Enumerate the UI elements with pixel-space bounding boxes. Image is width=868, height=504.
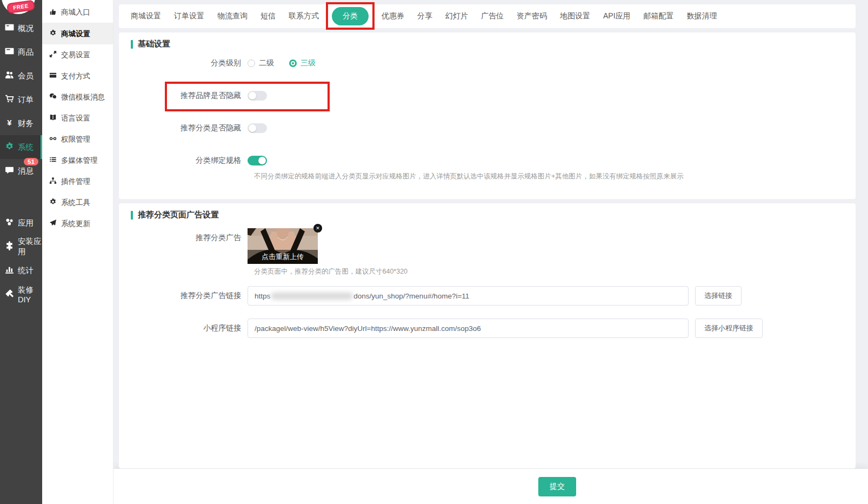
sidebar-item-overview[interactable]: 概况	[0, 16, 42, 40]
menu-item-label: 商城入口	[61, 8, 90, 17]
category-level-row: 分类级别 二级 三级	[119, 57, 856, 69]
ad-image-upload[interactable]: 点击重新上传 ✕	[248, 228, 318, 264]
members-icon	[5, 70, 14, 82]
ad-link-prefix: https	[255, 292, 270, 300]
sidebar-item-label: 消息	[18, 166, 34, 176]
payment-card-icon	[49, 71, 57, 81]
menu-item-payment-methods[interactable]: 支付方式	[42, 65, 113, 87]
tab-ad-slot[interactable]: 广告位	[481, 11, 504, 21]
tools-gear-icon	[49, 198, 57, 207]
trade-icon	[49, 50, 57, 59]
radio-level-three-label[interactable]: 三级	[301, 58, 316, 68]
menu-item-label: 微信模板消息	[61, 92, 105, 102]
tab-order-settings[interactable]: 订单设置	[174, 11, 204, 21]
sidebar-item-label: 统计	[18, 266, 34, 276]
mini-program-link-row: 小程序链接 选择小程序链接	[119, 319, 856, 338]
ad-settings-card: 推荐分类页面广告设置 推荐分类广告 点	[119, 203, 856, 468]
sidebar-item-install-apps[interactable]: 安装应用	[0, 235, 42, 258]
radio-level-two-label[interactable]: 二级	[259, 58, 274, 68]
menu-item-permission[interactable]: 权限管理	[42, 129, 113, 150]
menu-item-wechat-template[interactable]: 微信模板消息	[42, 87, 113, 108]
orders-icon	[5, 94, 14, 105]
tab-share[interactable]: 分享	[417, 11, 432, 21]
system-gear-icon	[5, 142, 14, 153]
remove-image-icon[interactable]: ✕	[313, 224, 322, 233]
menu-item-label: 商城设置	[61, 29, 90, 39]
sidebar-item-orders[interactable]: 订单	[0, 88, 42, 111]
ad-image-hint: 分类页面中，推荐分类的广告图，建议尺寸640*320	[254, 267, 856, 276]
ad-link-row: 推荐分类广告链接 https dons/yun_shop/?menu#/home…	[119, 286, 856, 306]
tab-contact[interactable]: 联系方式	[289, 11, 319, 21]
sidebar-item-label: 财务	[18, 118, 34, 129]
form-footer: 提交	[113, 468, 868, 504]
sidebar-item-messages[interactable]: 消息 51	[0, 159, 42, 183]
menu-item-label: 交易设置	[61, 50, 90, 60]
sidebar-item-system[interactable]: 系统	[0, 135, 42, 159]
hide-category-toggle[interactable]	[248, 123, 267, 133]
menu-item-shop-settings[interactable]: 商城设置	[42, 23, 113, 44]
sidebar-item-apps[interactable]: 应用	[0, 211, 42, 235]
diy-hammer-icon	[5, 289, 14, 300]
tab-coupon[interactable]: 优惠券	[382, 11, 404, 21]
bind-spec-row: 分类绑定规格	[119, 155, 856, 167]
sidebar-item-finance[interactable]: ¥ 财务	[0, 111, 42, 135]
sidebar-item-label: 应用	[18, 218, 34, 228]
tab-shop-settings[interactable]: 商城设置	[131, 11, 161, 21]
category-level-label: 分类级别	[119, 58, 248, 68]
sidebar-item-label: 订单	[18, 95, 34, 105]
tab-category[interactable]: 分类	[332, 7, 369, 25]
reupload-overlay[interactable]: 点击重新上传	[248, 250, 318, 264]
shop-entry-icon	[49, 8, 57, 17]
radio-level-three[interactable]	[289, 59, 297, 67]
sidebar-item-goods[interactable]: 商品	[0, 40, 42, 64]
sidebar-item-label: 概况	[18, 23, 34, 34]
tab-asset-password[interactable]: 资产密码	[517, 11, 547, 21]
menu-item-label: 权限管理	[61, 135, 90, 144]
bind-spec-toggle[interactable]	[248, 156, 267, 165]
bind-spec-label: 分类绑定规格	[119, 156, 248, 165]
goods-icon	[5, 47, 14, 58]
menu-item-media[interactable]: 多媒体管理	[42, 150, 113, 171]
basic-settings-card: 基础设置 分类级别 二级 三级 推荐品牌是否隐藏 推荐分类是否隐藏	[119, 32, 856, 199]
tab-logistics[interactable]: 物流查询	[217, 11, 248, 21]
tab-map-settings[interactable]: 地图设置	[560, 11, 590, 21]
select-mini-program-link-button[interactable]: 选择小程序链接	[695, 319, 763, 338]
ad-link-suffix: dons/yun_shop/?menu#/home?i=11	[353, 292, 469, 300]
category-level-radios: 二级 三级	[248, 58, 316, 68]
finance-icon: ¥	[5, 118, 14, 129]
section-title-text: 基础设置	[138, 39, 170, 49]
tab-mail-config[interactable]: 邮箱配置	[644, 11, 674, 21]
hide-category-label: 推荐分类是否隐藏	[119, 123, 248, 133]
sidebar-item-label: 安装应用	[18, 236, 42, 257]
select-link-button[interactable]: 选择链接	[695, 286, 742, 306]
ad-link-input[interactable]: https dons/yun_shop/?menu#/home?i=11	[248, 286, 689, 306]
menu-item-system-update[interactable]: 系统更新	[42, 213, 113, 234]
menu-item-language-settings[interactable]: 语言设置	[42, 108, 113, 129]
sidebar-item-members[interactable]: 会员	[0, 64, 42, 88]
menu-item-label: 插件管理	[61, 177, 90, 187]
menu-item-shop-entry[interactable]: 商城入口	[42, 2, 113, 23]
sidebar-item-stats[interactable]: 统计	[0, 258, 42, 282]
tab-sms[interactable]: 短信	[261, 11, 276, 21]
language-icon	[49, 114, 57, 123]
tab-api-app[interactable]: API应用	[603, 11, 631, 21]
hide-brand-label: 推荐品牌是否隐藏	[119, 91, 248, 101]
hide-brand-toggle[interactable]	[248, 91, 267, 101]
sidebar-item-label: 会员	[18, 71, 34, 81]
menu-item-trade-settings[interactable]: 交易设置	[42, 44, 113, 65]
plugin-icon	[49, 177, 57, 186]
media-list-icon	[49, 156, 57, 165]
menu-item-plugins[interactable]: 插件管理	[42, 171, 113, 192]
sidebar-item-diy[interactable]: 装修DIY	[0, 282, 42, 306]
menu-item-system-tools[interactable]: 系统工具	[42, 192, 113, 213]
primary-sidebar: FREE 概况 商品 会员 订单 ¥ 财务	[0, 0, 42, 504]
mini-program-link-input[interactable]	[248, 319, 689, 338]
section-title-basic: 基础设置	[119, 32, 856, 49]
tab-category-wrap: 分类	[332, 7, 369, 25]
primary-nav: 概况 商品 会员 订单 ¥ 财务 系统	[0, 0, 42, 306]
submit-button[interactable]: 提交	[538, 477, 576, 496]
tab-slideshow[interactable]: 幻灯片	[445, 11, 468, 21]
tab-data-cleanup[interactable]: 数据清理	[687, 11, 717, 21]
svg-text:¥: ¥	[7, 118, 12, 127]
radio-level-two[interactable]	[248, 59, 255, 67]
